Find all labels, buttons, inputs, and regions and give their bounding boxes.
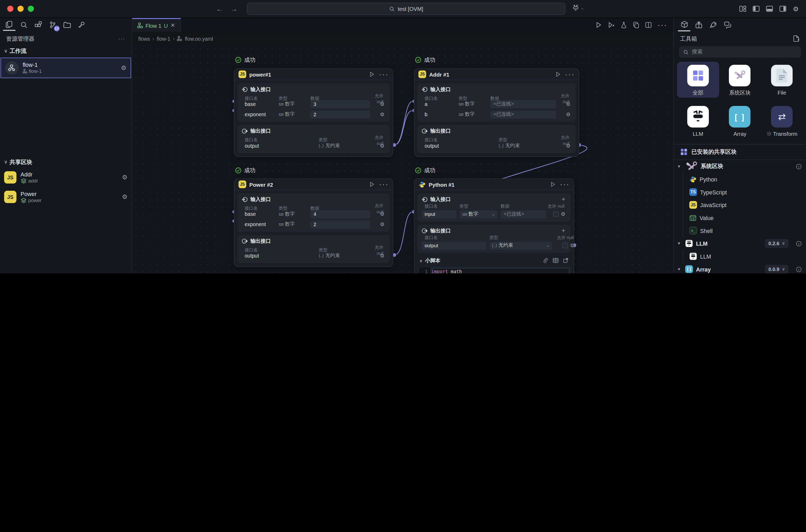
port-name-input[interactable]: output bbox=[421, 242, 486, 250]
toggle-right-panel-icon[interactable] bbox=[779, 5, 786, 12]
settings-gear-icon[interactable]: ⚙ bbox=[793, 5, 799, 13]
port-data-input[interactable]: <已连线> bbox=[491, 110, 556, 119]
shared-item-gear-icon[interactable]: ⚙ bbox=[122, 174, 128, 181]
port-name-input[interactable]: input bbox=[421, 210, 456, 218]
flow-canvas[interactable]: 成功 JSpower#1··· 输入接口 接口名类型数据允许 null base… bbox=[132, 45, 673, 273]
new-block-icon[interactable] bbox=[792, 35, 800, 42]
source-control-icon[interactable]: 17 bbox=[46, 18, 59, 31]
tab-flow-1[interactable]: Flow 1 U ✕ bbox=[132, 18, 180, 32]
workflow-item-flow-1[interactable]: flow-1 flow-1 ⚙ bbox=[1, 58, 131, 78]
port-gear-icon[interactable]: ⚙ bbox=[570, 243, 575, 248]
info-icon[interactable] bbox=[796, 163, 802, 169]
node-header[interactable]: JSPower #2··· bbox=[234, 179, 393, 190]
layout-customize-icon[interactable] bbox=[740, 5, 747, 12]
assistant-button[interactable]: ⌄ bbox=[572, 4, 583, 13]
node-header[interactable]: Python #1··· bbox=[414, 179, 574, 190]
test-flow-icon[interactable] bbox=[620, 22, 627, 28]
code-editor[interactable]: 1import math2#region generated meta3impo… bbox=[418, 267, 569, 273]
node-header[interactable]: JSpower#1··· bbox=[234, 69, 393, 80]
shared-item-addr[interactable]: JS Addr addr ⚙ bbox=[0, 168, 132, 187]
port-gear-icon[interactable]: ⚙ bbox=[566, 143, 571, 149]
node-more-icon[interactable]: ··· bbox=[379, 179, 389, 189]
info-icon[interactable] bbox=[796, 266, 802, 272]
chat-tab-icon[interactable] bbox=[721, 19, 734, 31]
search-view-icon[interactable] bbox=[17, 18, 30, 31]
node-python1[interactable]: Python #1··· 输入接口＋ 接口名类型数据允许 null input … bbox=[414, 178, 574, 273]
port-data-input[interactable]: 2 bbox=[311, 220, 370, 228]
add-output-icon[interactable]: ＋ bbox=[560, 226, 567, 235]
close-tab-icon[interactable]: ✕ bbox=[170, 22, 175, 29]
toolbox-tab-icon[interactable] bbox=[678, 19, 690, 31]
node-power2[interactable]: JSPower #2··· 输入接口 接口名类型数据允许 null base 1… bbox=[234, 178, 393, 267]
shared-section-header[interactable]: ∨ 共享区块 bbox=[0, 156, 132, 168]
port-gear-icon[interactable]: ⚙ bbox=[380, 211, 384, 217]
block-item[interactable]: JSJavaScript bbox=[674, 198, 806, 211]
node-power1[interactable]: JSpower#1··· 输入接口 接口名类型数据允许 null base 12… bbox=[234, 69, 393, 157]
add-input-icon[interactable]: ＋ bbox=[560, 195, 567, 204]
category-Transform[interactable]: ⇄ Transform bbox=[761, 103, 803, 139]
script-header[interactable]: ∨小脚本 bbox=[418, 256, 569, 265]
node-more-icon[interactable]: ··· bbox=[560, 179, 570, 189]
run-node-icon[interactable] bbox=[369, 72, 375, 77]
port-gear-icon[interactable]: ⚙ bbox=[561, 211, 565, 217]
workflow-section-header[interactable]: ∨ 工作流 bbox=[0, 45, 132, 57]
version-select[interactable]: 0.2.6∨ bbox=[765, 239, 789, 248]
run-node-icon[interactable] bbox=[369, 182, 375, 187]
shared-item-gear-icon[interactable]: ⚙ bbox=[122, 193, 128, 201]
shared-item-power[interactable]: JS Power power ⚙ bbox=[0, 187, 132, 207]
block-group-系统区块[interactable]: ▾ 系统区块 bbox=[674, 160, 806, 173]
category-LLM[interactable]: LLM bbox=[677, 103, 719, 139]
toggle-left-panel-icon[interactable] bbox=[753, 5, 760, 12]
version-select[interactable]: 0.0.9∨ bbox=[765, 265, 789, 273]
copy-icon[interactable] bbox=[633, 22, 639, 28]
explorer-view-icon[interactable] bbox=[3, 18, 16, 31]
secrets-key-icon[interactable] bbox=[75, 18, 88, 31]
nullable-checkbox[interactable] bbox=[553, 211, 559, 217]
run-node-icon[interactable] bbox=[555, 72, 561, 77]
nullable-checkbox[interactable] bbox=[562, 243, 568, 248]
node-more-icon[interactable]: ··· bbox=[379, 70, 389, 79]
port-data-input[interactable]: 3 bbox=[311, 100, 370, 108]
flow-settings-gear-icon[interactable]: ⚙ bbox=[121, 64, 127, 71]
toggle-bottom-panel-icon[interactable] bbox=[766, 5, 773, 12]
port-data-input[interactable]: <已连线> bbox=[501, 210, 546, 218]
forward-button[interactable]: → bbox=[230, 5, 237, 13]
block-group-Array[interactable]: ▾[ ] Array0.0.9∨ bbox=[674, 263, 806, 273]
block-item[interactable]: Python bbox=[674, 173, 806, 186]
run-flow-icon[interactable] bbox=[595, 22, 602, 28]
node-header[interactable]: JSAddr #1··· bbox=[414, 69, 579, 80]
run-with-options-icon[interactable] bbox=[608, 22, 615, 28]
port-gear-icon[interactable]: ⚙ bbox=[380, 222, 384, 227]
node-addr1[interactable]: JSAddr #1··· 输入接口 接口名类型数据允许 null a 123数字… bbox=[414, 69, 579, 157]
category-全部[interactable]: 全部 bbox=[677, 62, 719, 98]
block-item[interactable]: LLM bbox=[674, 250, 806, 263]
block-item[interactable]: >_Shell bbox=[674, 224, 806, 237]
folder-view-icon[interactable] bbox=[61, 18, 73, 31]
back-button[interactable]: ← bbox=[216, 5, 223, 13]
blocks-view-icon[interactable] bbox=[32, 18, 44, 31]
port-gear-icon[interactable]: ⚙ bbox=[566, 112, 571, 117]
block-item[interactable]: TSTypeScript bbox=[674, 186, 806, 198]
close-window-button[interactable] bbox=[7, 5, 13, 12]
port-gear-icon[interactable]: ⚙ bbox=[380, 143, 384, 149]
info-icon[interactable] bbox=[796, 240, 802, 246]
command-center-search[interactable]: test [OVM] bbox=[247, 3, 565, 15]
port-gear-icon[interactable]: ⚙ bbox=[566, 101, 571, 107]
port-data-input[interactable]: 4 bbox=[311, 210, 370, 218]
block-group-LLM[interactable]: ▾ LLM0.2.6∨ bbox=[674, 237, 806, 250]
port-type-select[interactable]: 123 数字 ⌄ bbox=[460, 210, 498, 218]
category-系统区块[interactable]: 系统区块 bbox=[719, 62, 761, 98]
port-type-select[interactable]: {..} 无约束 ⌄ bbox=[490, 242, 552, 250]
breadcrumb[interactable]: flows› flow-1› flow.oo.yaml bbox=[132, 32, 673, 45]
toolbox-search-input[interactable]: 搜索 bbox=[679, 46, 801, 58]
more-actions-icon[interactable]: ··· bbox=[657, 20, 667, 30]
run-node-icon[interactable] bbox=[550, 182, 556, 187]
explorer-more-icon[interactable]: ··· bbox=[118, 35, 126, 41]
port-gear-icon[interactable]: ⚙ bbox=[380, 253, 384, 259]
port-data-input[interactable]: 2 bbox=[311, 110, 370, 119]
port-gear-icon[interactable]: ⚙ bbox=[380, 112, 384, 117]
category-File[interactable]: File bbox=[761, 62, 803, 98]
minimize-window-button[interactable] bbox=[17, 5, 23, 12]
deploy-tab-icon[interactable] bbox=[707, 19, 719, 31]
maximize-window-button[interactable] bbox=[28, 5, 34, 12]
